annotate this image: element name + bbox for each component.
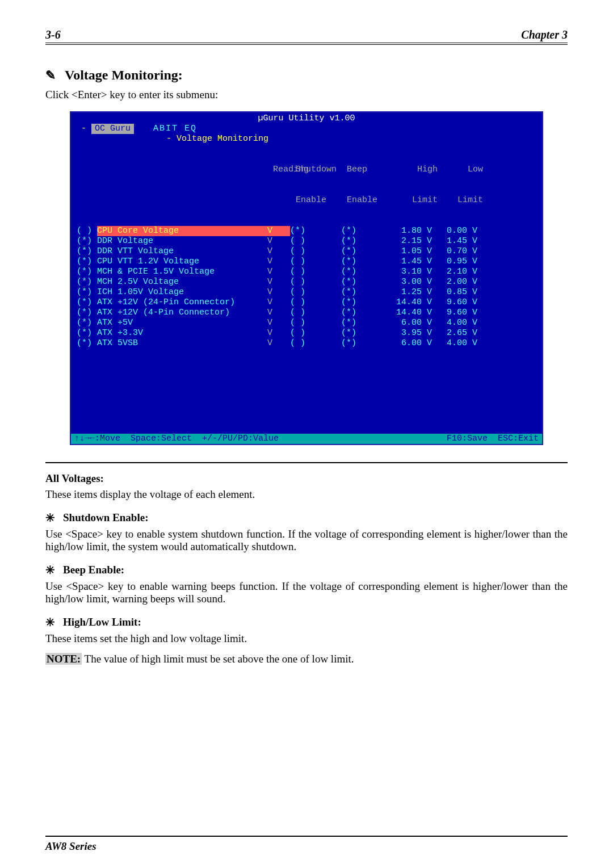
row-shutdown[interactable]: ( ) (290, 267, 341, 277)
star-icon: ✳ (45, 511, 55, 525)
row-shutdown[interactable]: (*) (290, 226, 341, 236)
bullet-icon: - (162, 134, 171, 144)
row-reading: V (267, 318, 290, 328)
bios-row[interactable]: (*)ATX +5VV( )(*) 6.00 V 4.00 V (77, 318, 536, 328)
row-mark[interactable]: (*) (77, 277, 97, 287)
row-high[interactable]: 14.40 V (387, 297, 432, 308)
row-low[interactable]: 4.00 V (432, 318, 477, 328)
row-high[interactable]: 6.00 V (387, 318, 432, 328)
row-name[interactable]: ATX +5V (97, 318, 267, 328)
row-mark[interactable]: (*) (77, 287, 97, 297)
row-name[interactable]: DDR VTT Voltage (97, 246, 267, 257)
row-high[interactable]: 2.15 V (387, 236, 432, 246)
tab-oc-guru[interactable]: OC Guru (91, 124, 134, 134)
row-beep[interactable]: (*) (341, 308, 387, 318)
row-shutdown[interactable]: ( ) (290, 308, 341, 318)
bios-title: µGuru Utility v1.00 (71, 112, 542, 124)
bios-row[interactable]: (*)MCH & PCIE 1.5V VoltageV( )(*) 3.10 V… (77, 267, 536, 277)
row-shutdown[interactable]: ( ) (290, 338, 341, 349)
col-beep2: Enable (347, 195, 392, 206)
row-low[interactable]: 2.10 V (432, 267, 477, 277)
heading-shutdown-enable: ✳ Shutdown Enable: (45, 511, 568, 525)
row-name[interactable]: ATX +3.3V (97, 328, 267, 338)
bios-row[interactable]: (*)MCH 2.5V VoltageV( )(*) 3.00 V 2.00 V (77, 277, 536, 287)
bios-row[interactable]: (*)ATX 5VSBV( )(*) 6.00 V 4.00 V (77, 338, 536, 349)
row-beep[interactable]: (*) (341, 328, 387, 338)
row-low[interactable]: 0.00 V (432, 226, 477, 236)
row-high[interactable]: 1.45 V (387, 257, 432, 267)
row-name[interactable]: MCH 2.5V Voltage (97, 277, 267, 287)
section-title: ✎ Voltage Monitoring: (45, 68, 568, 83)
row-beep[interactable]: (*) (341, 297, 387, 308)
row-shutdown[interactable]: ( ) (290, 287, 341, 297)
row-name[interactable]: ICH 1.05V Voltage (97, 287, 267, 297)
row-mark[interactable]: (*) (77, 338, 97, 349)
row-high[interactable]: 1.05 V (387, 246, 432, 257)
row-low[interactable]: 9.60 V (432, 297, 477, 308)
row-high[interactable]: 6.00 V (387, 338, 432, 349)
tab-abit-eq[interactable]: ABIT EQ (153, 124, 197, 134)
row-name[interactable]: CPU Core Voltage (97, 226, 267, 236)
row-low[interactable]: 1.45 V (432, 236, 477, 246)
row-beep[interactable]: (*) (341, 246, 387, 257)
row-high[interactable]: 1.25 V (387, 287, 432, 297)
heading-all-voltages: All Voltages: (45, 472, 568, 485)
row-mark[interactable]: (*) (77, 267, 97, 277)
row-mark[interactable]: (*) (77, 308, 97, 318)
row-mark[interactable]: (*) (77, 297, 97, 308)
row-shutdown[interactable]: ( ) (290, 246, 341, 257)
row-reading: V (267, 297, 290, 308)
row-mark[interactable]: (*) (77, 246, 97, 257)
para-all-voltages: These items display the voltage of each … (45, 488, 568, 501)
row-beep[interactable]: (*) (341, 236, 387, 246)
bios-row[interactable]: (*)ATX +12V (4-Pin Connector)V( )(*)14.4… (77, 308, 536, 318)
row-beep[interactable]: (*) (341, 226, 387, 236)
bios-row[interactable]: (*)ATX +12V (24-Pin Connector)V( )(*)14.… (77, 297, 536, 308)
row-high[interactable]: 3.10 V (387, 267, 432, 277)
row-low[interactable]: 0.95 V (432, 257, 477, 267)
row-mark[interactable]: (*) (77, 318, 97, 328)
row-beep[interactable]: (*) (341, 267, 387, 277)
bios-tab-row: - OC Guru ABIT EQ (71, 124, 542, 134)
row-low[interactable]: 0.85 V (432, 287, 477, 297)
row-low[interactable]: 4.00 V (432, 338, 477, 349)
row-low[interactable]: 9.60 V (432, 308, 477, 318)
row-high[interactable]: 1.80 V (387, 226, 432, 236)
row-name[interactable]: DDR Voltage (97, 236, 267, 246)
bios-row[interactable]: (*)ICH 1.05V VoltageV( )(*) 1.25 V 0.85 … (77, 287, 536, 297)
row-name[interactable]: CPU VTT 1.2V Voltage (97, 257, 267, 267)
row-shutdown[interactable]: ( ) (290, 236, 341, 246)
note-text: The value of high limit must be set abov… (82, 653, 354, 665)
row-beep[interactable]: (*) (341, 318, 387, 328)
row-shutdown[interactable]: ( ) (290, 277, 341, 287)
bios-row[interactable]: (*)ATX +3.3VV( )(*) 3.95 V 2.65 V (77, 328, 536, 338)
bios-row[interactable]: (*)CPU VTT 1.2V VoltageV( )(*) 1.45 V 0.… (77, 257, 536, 267)
row-mark[interactable]: ( ) (77, 226, 97, 236)
para-beep-enable: Use <Space> key to enable warning beeps … (45, 580, 568, 605)
row-mark[interactable]: (*) (77, 236, 97, 246)
row-name[interactable]: MCH & PCIE 1.5V Voltage (97, 267, 267, 277)
row-low[interactable]: 2.00 V (432, 277, 477, 287)
row-shutdown[interactable]: ( ) (290, 257, 341, 267)
bios-row[interactable]: (*)DDR VoltageV( )(*) 2.15 V 1.45 V (77, 236, 536, 246)
row-mark[interactable]: (*) (77, 257, 97, 267)
para-high-low-limit: These items set the high and low voltage… (45, 632, 568, 645)
bios-row[interactable]: (*)DDR VTT VoltageV( )(*) 1.05 V 0.70 V (77, 246, 536, 257)
row-shutdown[interactable]: ( ) (290, 318, 341, 328)
row-high[interactable]: 3.95 V (387, 328, 432, 338)
row-low[interactable]: 0.70 V (432, 246, 477, 257)
row-name[interactable]: ATX 5VSB (97, 338, 267, 349)
row-high[interactable]: 14.40 V (387, 308, 432, 318)
row-low[interactable]: 2.65 V (432, 328, 477, 338)
bios-row[interactable]: ( )CPU Core VoltageV(*)(*) 1.80 V 0.00 V (77, 226, 536, 236)
row-beep[interactable]: (*) (341, 277, 387, 287)
row-high[interactable]: 3.00 V (387, 277, 432, 287)
row-beep[interactable]: (*) (341, 338, 387, 349)
row-beep[interactable]: (*) (341, 257, 387, 267)
row-name[interactable]: ATX +12V (24-Pin Connector) (97, 297, 267, 308)
row-shutdown[interactable]: ( ) (290, 328, 341, 338)
row-mark[interactable]: (*) (77, 328, 97, 338)
row-beep[interactable]: (*) (341, 287, 387, 297)
row-shutdown[interactable]: ( ) (290, 297, 341, 308)
row-name[interactable]: ATX +12V (4-Pin Connector) (97, 308, 267, 318)
